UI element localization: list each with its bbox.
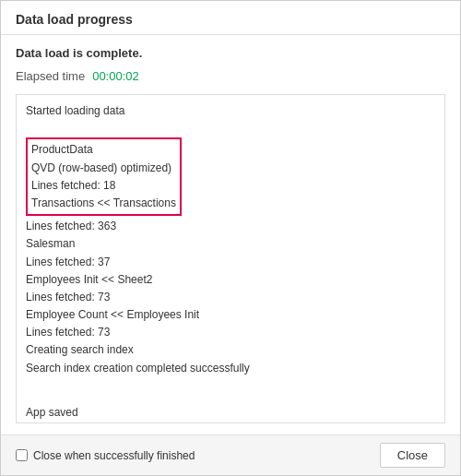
log-lines-fetched-73a: Lines fetched: 73 <box>26 289 435 306</box>
close-button[interactable]: Close <box>380 443 445 468</box>
log-app-saved: App saved <box>26 404 435 422</box>
status-label: Data load is complete. <box>16 46 445 60</box>
elapsed-value: 00:00:02 <box>92 69 139 83</box>
log-employees-init: Employees Init << Sheet2 <box>26 271 435 289</box>
close-checkbox-text: Close when successfully finished <box>33 449 195 462</box>
highlight-box: ProductData QVD (row-based) optimized) L… <box>26 137 182 216</box>
dialog-footer: Close when successfully finished Close <box>1 434 460 475</box>
log-lines-fetched-37: Lines fetched: 37 <box>26 254 435 271</box>
dialog-title: Data load progress <box>16 12 133 27</box>
log-started: Started loading data <box>26 102 435 120</box>
highlight-line-4: Transactions << Transactions <box>31 195 176 212</box>
log-container[interactable]: Started loading data ProductData QVD (ro… <box>16 94 445 423</box>
log-lines-fetched-73b: Lines fetched: 73 <box>26 324 435 341</box>
log-search-done: Search index creation completed successf… <box>26 360 435 377</box>
log-creating-search: Creating search index <box>26 341 435 359</box>
dialog-body: Data load is complete. Elapsed time 00:0… <box>1 35 460 434</box>
highlight-line-3: Lines fetched: 18 <box>31 177 176 195</box>
elapsed-label: Elapsed time <box>16 69 85 83</box>
log-employee-count: Employee Count << Employees Init <box>26 306 435 324</box>
close-when-finished-label[interactable]: Close when successfully finished <box>16 449 195 462</box>
highlight-line-1: ProductData <box>31 141 176 159</box>
log-salesman: Salesman <box>26 235 435 253</box>
elapsed-row: Elapsed time 00:00:02 <box>16 69 445 83</box>
dialog-header: Data load progress <box>1 1 460 35</box>
log-lines-fetched-363: Lines fetched: 363 <box>26 218 435 235</box>
close-when-finished-checkbox[interactable] <box>16 449 28 461</box>
highlight-line-2: QVD (row-based) optimized) <box>31 160 176 177</box>
